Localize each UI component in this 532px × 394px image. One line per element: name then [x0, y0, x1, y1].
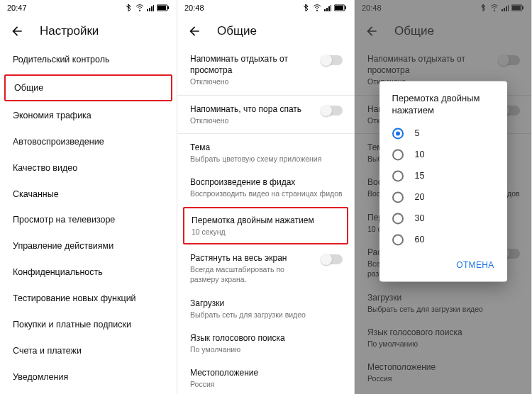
settings-row-billing[interactable]: Счета и платежи: [0, 338, 177, 364]
phone1: 20:47 Настройки Родительский контроль Об…: [0, 0, 177, 394]
toggle-switch[interactable]: [321, 55, 343, 65]
wifi-icon: [135, 4, 144, 11]
settings-row-parental[interactable]: Родительский контроль: [0, 47, 177, 73]
back-button[interactable]: [10, 24, 24, 38]
radio-icon: [392, 191, 404, 203]
option-5[interactable]: 5: [379, 123, 507, 144]
svg-rect-15: [335, 6, 343, 10]
status-bar: 20:47: [0, 0, 177, 16]
radio-icon: [392, 170, 404, 181]
svg-rect-1: [147, 9, 148, 11]
settings-row-manage-actions[interactable]: Управление действиями: [0, 233, 177, 259]
item-remind-break[interactable]: Напоминать отдыхать от просмотра Отключе…: [177, 47, 354, 94]
radio-icon: [392, 213, 404, 224]
signal-icon: [147, 4, 154, 11]
back-button[interactable]: [187, 24, 201, 38]
svg-rect-9: [324, 9, 326, 11]
phone2: 20:48 Общие Напоминать отдыхать от просм…: [177, 0, 355, 394]
arrow-left-icon: [10, 24, 24, 38]
signal-icon: [324, 4, 331, 11]
option-label: 5: [415, 128, 420, 138]
cancel-button[interactable]: ОТМЕНА: [450, 256, 499, 274]
item-primary: Напоминать отдыхать от просмотра: [190, 53, 314, 76]
item-secondary: Отключено: [190, 116, 314, 125]
item-primary: Перемотка двойным нажатием: [192, 215, 340, 226]
wifi-icon: [313, 4, 321, 11]
item-theme[interactable]: Тема Выбрать цветовую схему приложения: [177, 135, 354, 170]
svg-rect-4: [153, 5, 154, 11]
option-label: 10: [415, 150, 425, 159]
item-primary: Загрузки: [190, 298, 343, 309]
item-secondary: Воспроизводить видео на страницах фидов: [190, 188, 343, 198]
svg-point-8: [316, 10, 318, 11]
item-primary: Язык голосового поиска: [190, 332, 343, 344]
status-icons: [303, 4, 347, 11]
item-playback-in-feeds[interactable]: Воспроизведение в фидах Воспроизводить в…: [177, 170, 354, 205]
dialog-options: 5 10 15 20 30 60: [379, 121, 507, 252]
bluetooth-icon: [303, 4, 310, 11]
option-label: 60: [415, 235, 425, 244]
option-60[interactable]: 60: [379, 229, 507, 250]
svg-rect-14: [345, 6, 346, 9]
option-10[interactable]: 10: [379, 144, 507, 165]
double-tap-seek-dialog: Перемотка двойным нажатием 5 10 15 20 30: [379, 81, 507, 281]
settings-row-notifications[interactable]: Уведомления: [0, 364, 177, 390]
settings-row-downloads[interactable]: Скачанные: [0, 181, 177, 208]
item-primary: Растянуть на весь экран: [190, 252, 314, 264]
page-title: Общие: [217, 24, 257, 38]
settings-row-data-saving[interactable]: Экономия трафика: [0, 103, 177, 129]
divider: [177, 95, 354, 96]
settings-row-purchases[interactable]: Покупки и платные подписки: [0, 312, 177, 338]
item-double-tap-seek-highlighted[interactable]: Перемотка двойным нажатием 10 секунд: [183, 207, 348, 244]
settings-row-new-features[interactable]: Тестирование новых функций: [0, 286, 177, 312]
item-secondary: Отключено: [190, 77, 314, 86]
option-20[interactable]: 20: [379, 186, 507, 208]
toggle-switch[interactable]: [321, 106, 343, 116]
settings-row-general[interactable]: Общие: [4, 74, 172, 101]
settings-list: Родительский контроль Общие Экономия тра…: [0, 47, 177, 394]
item-secondary: По умолчанию: [190, 344, 343, 354]
svg-rect-7: [157, 6, 166, 10]
battery-icon: [157, 4, 170, 11]
item-remind-bedtime[interactable]: Напоминать, что пора спать Отключено: [177, 97, 354, 132]
app-bar: Настройки: [0, 16, 177, 47]
item-secondary: Россия: [190, 379, 343, 389]
divider: [177, 133, 354, 134]
status-icons: [126, 4, 170, 11]
option-30[interactable]: 30: [379, 208, 507, 229]
item-voice-search-lang[interactable]: Язык голосового поиска По умолчанию: [177, 326, 354, 361]
svg-rect-11: [328, 6, 330, 11]
item-secondary: 10 секунд: [192, 227, 340, 237]
status-time: 20:47: [7, 4, 27, 12]
svg-point-0: [139, 10, 140, 11]
item-zoom-to-fill[interactable]: Растянуть на весь экран Всегда масштабир…: [177, 246, 354, 291]
item-location[interactable]: Местоположение Россия: [177, 361, 354, 394]
item-secondary: Выбрать цветовую схему приложения: [190, 154, 343, 164]
item-secondary: Всегда масштабировать по размеру экрана.: [190, 264, 314, 284]
app-bar: Общие: [177, 16, 354, 47]
arrow-left-icon: [187, 24, 201, 38]
settings-row-autoplay[interactable]: Автовоспроизведение: [0, 129, 177, 155]
item-uploads[interactable]: Загрузки Выбрать сеть для загрузки видео: [177, 291, 354, 326]
dialog-actions: ОТМЕНА: [379, 252, 507, 277]
general-settings-list: Напоминать отдыхать от просмотра Отключе…: [177, 47, 354, 394]
radio-icon: [392, 234, 404, 245]
option-15[interactable]: 15: [379, 165, 507, 186]
toggle-switch[interactable]: [321, 254, 343, 264]
item-primary: Тема: [190, 142, 343, 153]
svg-rect-10: [326, 8, 328, 11]
dialog-title: Перемотка двойным нажатием: [379, 92, 507, 121]
settings-row-connected-apps[interactable]: Связанные приложения: [0, 390, 177, 395]
settings-row-watch-on-tv[interactable]: Просмотр на телевизоре: [0, 207, 177, 233]
svg-rect-12: [331, 5, 331, 11]
item-primary: Воспроизведение в фидах: [190, 176, 343, 188]
item-secondary: Выбрать сеть для загрузки видео: [190, 310, 343, 320]
status-bar: 20:48: [177, 0, 354, 16]
option-label: 30: [415, 213, 425, 223]
svg-rect-3: [151, 6, 153, 11]
svg-rect-6: [167, 6, 169, 9]
settings-row-privacy[interactable]: Конфиденциальность: [0, 259, 177, 286]
svg-rect-2: [149, 8, 150, 11]
option-label: 20: [415, 192, 425, 202]
settings-row-video-quality[interactable]: Качество видео: [0, 155, 177, 181]
